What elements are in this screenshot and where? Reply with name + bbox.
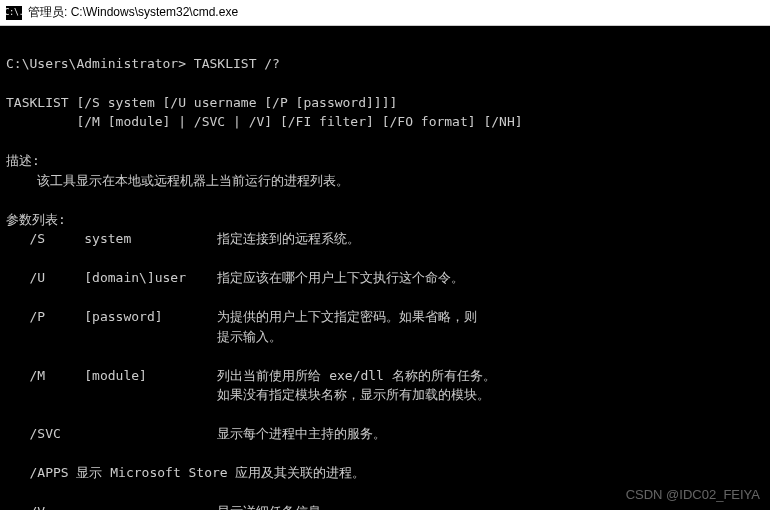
terminal-output[interactable]: C:\Users\Administrator> TASKLIST /? TASK… [0,26,770,510]
param-u: /U [domain\]user 指定应该在哪个用户上下文执行这个命令。 [6,270,464,285]
param-v: /V 显示详细任务信息。 [6,504,334,510]
description-header: 描述: [6,153,40,168]
watermark: CSDN @IDC02_FEIYA [626,487,760,502]
window-titlebar[interactable]: C:\. 管理员: C:\Windows\system32\cmd.exe [0,0,770,26]
param-m-2: 如果没有指定模块名称，显示所有加载的模块。 [6,387,490,402]
param-p-1: /P [password] 为提供的用户上下文指定密码。如果省略，则 [6,309,477,324]
description-body: 该工具显示在本地或远程机器上当前运行的进程列表。 [6,173,349,188]
usage-line-2: [/M [module] | /SVC | /V] [/FI filter] [… [6,114,523,129]
usage-line-1: TASKLIST [/S system [/U username [/P [pa… [6,95,397,110]
window-title: 管理员: C:\Windows\system32\cmd.exe [28,4,238,21]
params-header: 参数列表: [6,212,66,227]
param-apps: /APPS 显示 Microsoft Store 应用及其关联的进程。 [6,465,366,480]
param-p-2: 提示输入。 [6,329,282,344]
prompt-line: C:\Users\Administrator> TASKLIST /? [6,56,280,71]
param-s: /S system 指定连接到的远程系统。 [6,231,360,246]
param-svc: /SVC 显示每个进程中主持的服务。 [6,426,386,441]
cmd-icon: C:\. [6,6,22,20]
param-m-1: /M [module] 列出当前使用所给 exe/dll 名称的所有任务。 [6,368,496,383]
